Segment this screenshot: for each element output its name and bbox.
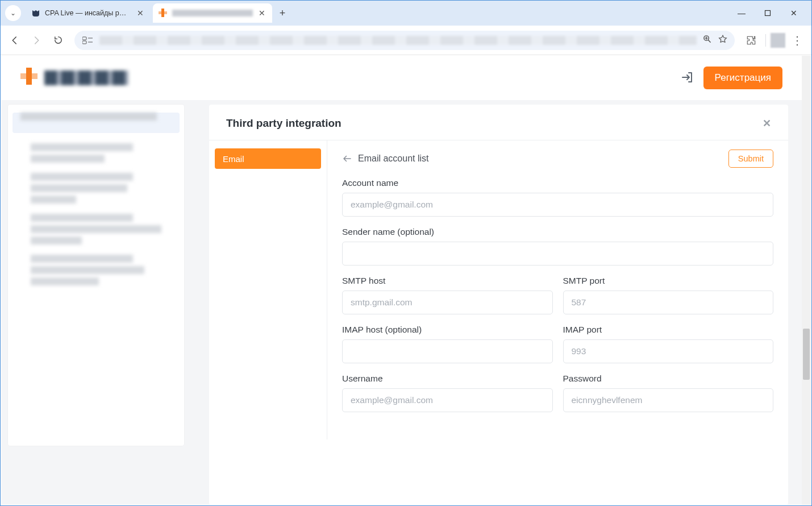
input-username[interactable] <box>342 388 553 412</box>
field-imap-host: IMAP host (optional) <box>342 325 553 363</box>
svg-rect-1 <box>82 37 86 40</box>
input-password[interactable] <box>563 388 774 412</box>
panel-tabs: Email <box>209 140 327 439</box>
page-body: Third party integration ✕ Email Email ac… <box>1 100 802 505</box>
field-sender-name: Sender name (optional) <box>342 227 773 266</box>
zoom-icon[interactable] <box>702 34 712 46</box>
toolbar-separator <box>765 34 766 47</box>
sidebar-label-blurred <box>31 266 144 274</box>
window-maximize-button[interactable] <box>755 4 781 22</box>
field-password: Password <box>563 374 774 412</box>
label-sender-name: Sender name (optional) <box>342 227 773 237</box>
browser-menu-button[interactable]: ⋮ <box>788 31 807 50</box>
scrollbar-thumb[interactable] <box>803 329 810 380</box>
sidebar-item-active[interactable] <box>13 113 180 133</box>
label-imap-port: IMAP port <box>563 325 774 335</box>
app-logo-text-blurred <box>44 70 128 85</box>
extensions-icon[interactable] <box>742 31 761 50</box>
site-settings-icon[interactable] <box>81 34 94 47</box>
field-imap-port: IMAP port <box>563 325 774 363</box>
tab-email[interactable]: Email <box>215 148 321 169</box>
url-blurred <box>99 36 697 45</box>
bookmark-star-icon[interactable] <box>718 34 728 47</box>
label-account-name: Account name <box>342 178 773 188</box>
input-smtp-port[interactable] <box>563 291 774 314</box>
tab-search-button[interactable]: ⌄ <box>5 5 21 21</box>
sidebar-group[interactable] <box>31 214 167 244</box>
label-username: Username <box>342 374 553 384</box>
label-smtp-host: SMTP host <box>342 276 553 286</box>
back-label: Email account list <box>358 154 429 164</box>
sidebar-group[interactable] <box>31 143 167 163</box>
app-header: Регистрация <box>1 56 802 100</box>
sidebar-label-blurred <box>31 237 82 244</box>
nav-back-button[interactable] <box>5 31 24 50</box>
sidebar-group[interactable] <box>31 255 167 285</box>
sidebar-label-blurred <box>31 155 105 163</box>
nav-reload-button[interactable] <box>48 31 68 50</box>
sidebar-label-blurred <box>31 214 133 222</box>
panel-title: Third party integration <box>226 117 342 130</box>
tab-title-blurred <box>172 10 253 16</box>
browser-tab-active[interactable]: ✕ <box>153 3 272 23</box>
back-to-list-link[interactable]: Email account list <box>342 154 429 164</box>
panel-body: Email Email account list Submit <box>209 140 788 439</box>
sidebar-label-blurred <box>31 277 99 285</box>
sidebar-label-blurred <box>31 196 76 204</box>
login-icon[interactable] <box>681 70 696 85</box>
page-viewport: Регистрация <box>1 56 811 505</box>
sidebar-group[interactable] <box>31 173 167 204</box>
sidebar-label-blurred <box>31 143 133 151</box>
input-imap-host[interactable] <box>342 339 553 363</box>
app-logo-mark-icon <box>20 68 41 88</box>
input-sender-name[interactable] <box>342 242 773 266</box>
sidebar-label-blurred <box>20 113 157 121</box>
vertical-scrollbar[interactable] <box>802 56 811 505</box>
sidebar-label-blurred <box>31 255 133 263</box>
tab-strip: ⌄ CPA Live — инсайды рынка ✕ ✕ + — ✕ <box>1 1 811 26</box>
register-button[interactable]: Регистрация <box>703 67 782 89</box>
input-smtp-host[interactable] <box>342 291 553 314</box>
integration-panel: Third party integration ✕ Email Email ac… <box>209 105 788 505</box>
window-controls: — ✕ <box>728 4 807 22</box>
browser-toolbar: ⋮ <box>1 26 811 55</box>
form-topbar: Email account list Submit <box>342 150 773 168</box>
tab-title: CPA Live — инсайды рынка <box>45 9 131 17</box>
arrow-left-icon <box>342 154 352 164</box>
field-username: Username <box>342 374 553 412</box>
svg-rect-2 <box>82 41 86 44</box>
page-content: Регистрация <box>1 56 802 505</box>
browser-window: ⌄ CPA Live — инсайды рынка ✕ ✕ + — ✕ <box>0 0 812 506</box>
app-logo[interactable] <box>20 65 128 90</box>
sidebar-label-blurred <box>31 184 127 192</box>
input-imap-port[interactable] <box>563 339 774 363</box>
window-close-button[interactable]: ✕ <box>781 4 807 22</box>
field-smtp-host: SMTP host <box>342 276 553 314</box>
input-account-name[interactable] <box>342 193 773 217</box>
profile-avatar[interactable] <box>771 33 785 48</box>
tab-close-button[interactable]: ✕ <box>136 9 145 18</box>
app-favicon-icon <box>159 9 168 18</box>
submit-button[interactable]: Submit <box>728 150 773 168</box>
browser-tab-cpa-live[interactable]: CPA Live — инсайды рынка ✕ <box>26 3 151 23</box>
nav-forward-button[interactable] <box>27 31 46 50</box>
label-imap-host: IMAP host (optional) <box>342 325 553 335</box>
new-tab-button[interactable]: + <box>274 5 290 21</box>
window-minimize-button[interactable]: — <box>728 4 755 22</box>
label-password: Password <box>563 374 774 384</box>
field-account-name: Account name <box>342 178 773 217</box>
sidebar <box>8 105 184 446</box>
svg-rect-0 <box>765 11 771 16</box>
tab-close-button[interactable]: ✕ <box>257 9 266 18</box>
email-form: Email account list Submit Account name S… <box>327 140 788 439</box>
sidebar-label-blurred <box>31 173 133 181</box>
panel-close-button[interactable]: ✕ <box>763 117 771 130</box>
field-smtp-port: SMTP port <box>563 276 774 314</box>
label-smtp-port: SMTP port <box>563 276 774 286</box>
address-bar[interactable] <box>74 31 735 50</box>
cat-favicon-icon <box>31 9 40 18</box>
sidebar-label-blurred <box>31 225 161 233</box>
panel-header: Third party integration ✕ <box>209 105 788 140</box>
